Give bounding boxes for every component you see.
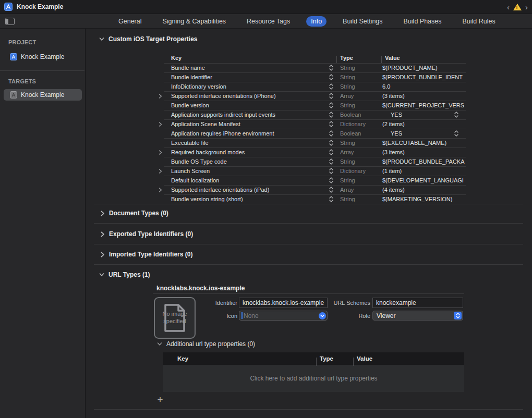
table-row[interactable]: Supported interface orientations (iPad) … bbox=[156, 185, 466, 194]
property-type[interactable]: Array bbox=[336, 93, 381, 99]
property-value[interactable]: $(DEVELOPMENT_LANGUAGI bbox=[381, 177, 466, 183]
value-stepper-icon[interactable] bbox=[454, 130, 458, 137]
property-value[interactable]: $(EXECUTABLE_NAME) bbox=[381, 140, 466, 146]
property-type[interactable]: Boolean bbox=[336, 130, 381, 137]
chevron-down-icon[interactable] bbox=[99, 272, 104, 277]
chevron-down-icon[interactable] bbox=[157, 341, 162, 347]
key-stepper-icon[interactable] bbox=[326, 102, 336, 108]
role-popup[interactable]: Viewer bbox=[372, 311, 463, 321]
forward-chevron-icon[interactable]: › bbox=[525, 3, 528, 11]
table-row[interactable]: Bundle name String $(PRODUCT_NAME) bbox=[156, 63, 466, 72]
table-row[interactable]: Supported interface orientations (iPhone… bbox=[156, 91, 466, 101]
property-type[interactable]: Boolean bbox=[336, 112, 381, 118]
table-row[interactable]: Application requires iPhone environment … bbox=[156, 129, 466, 138]
table-row[interactable]: Bundle identifier String $(PRODUCT_BUNDL… bbox=[156, 72, 466, 82]
property-type[interactable]: String bbox=[336, 140, 381, 146]
key-stepper-icon[interactable] bbox=[326, 158, 336, 165]
section-exported-type-identifiers[interactable]: Exported Type Identifiers (0) bbox=[100, 230, 193, 238]
property-type[interactable]: Array bbox=[336, 187, 381, 193]
sidebar-item-target[interactable]: Knock Example bbox=[4, 89, 82, 101]
chevron-down-icon[interactable] bbox=[99, 36, 104, 42]
property-value[interactable]: (3 items) bbox=[381, 93, 466, 99]
property-value[interactable]: $(PRODUCT_BUNDLE_IDENT bbox=[381, 74, 466, 80]
table-row[interactable]: Required background modes Array (3 items… bbox=[156, 147, 466, 157]
section-document-types[interactable]: Document Types (0) bbox=[100, 210, 168, 217]
key-stepper-icon[interactable] bbox=[326, 149, 336, 155]
url-type-image-well[interactable]: No image specified bbox=[154, 297, 196, 339]
table-row[interactable]: Default localization String $(DEVELOPMEN… bbox=[156, 176, 466, 185]
property-type[interactable]: String bbox=[336, 74, 381, 80]
combo-dropdown-icon[interactable] bbox=[319, 312, 326, 319]
key-stepper-icon[interactable] bbox=[326, 196, 336, 202]
property-type[interactable]: String bbox=[336, 83, 381, 90]
property-value[interactable]: (4 items) bbox=[381, 187, 466, 193]
property-value[interactable]: $(PRODUCT_BUNDLE_PACKA bbox=[381, 158, 466, 165]
add-properties-hint[interactable]: Click here to add additional url type pr… bbox=[250, 375, 377, 382]
tab-general[interactable]: General bbox=[114, 16, 146, 27]
key-stepper-icon[interactable] bbox=[326, 93, 336, 99]
sidebar-item-project[interactable]: Knock Example bbox=[4, 51, 82, 63]
disclosure-icon[interactable] bbox=[156, 94, 164, 99]
chevron-right-icon[interactable] bbox=[100, 252, 105, 257]
tab-signing-capabilities[interactable]: Signing & Capabilities bbox=[158, 16, 231, 27]
back-chevron-icon[interactable]: ‹ bbox=[507, 3, 510, 11]
property-value[interactable]: $(CURRENT_PROJECT_VERS bbox=[381, 102, 466, 108]
key-stepper-icon[interactable] bbox=[326, 168, 336, 174]
section-additional-url-type-properties[interactable]: Additional url type properties (0) bbox=[157, 340, 255, 348]
table-row[interactable]: Launch Screen Dictionary (1 item) bbox=[156, 166, 466, 176]
key-stepper-icon[interactable] bbox=[326, 83, 336, 90]
disclosure-icon[interactable] bbox=[156, 188, 164, 192]
key-stepper-icon[interactable] bbox=[326, 65, 336, 71]
property-value[interactable]: $(PRODUCT_NAME) bbox=[381, 65, 466, 71]
table-row[interactable]: Bundle version String $(CURRENT_PROJECT_… bbox=[156, 101, 466, 110]
property-value[interactable]: $(MARKETING_VERSION) bbox=[381, 196, 466, 202]
disclosure-icon[interactable] bbox=[156, 122, 164, 127]
table-row[interactable]: Bundle version string (short) String $(M… bbox=[156, 194, 466, 204]
tab-build-phases[interactable]: Build Phases bbox=[399, 16, 446, 27]
property-type[interactable]: String bbox=[336, 102, 381, 108]
tab-build-rules[interactable]: Build Rules bbox=[458, 16, 500, 27]
key-stepper-icon[interactable] bbox=[326, 74, 336, 80]
property-type[interactable]: String bbox=[336, 65, 381, 71]
url-schemes-field[interactable] bbox=[372, 298, 463, 308]
chevron-right-icon[interactable] bbox=[100, 231, 105, 237]
key-stepper-icon[interactable] bbox=[326, 121, 336, 127]
key-stepper-icon[interactable] bbox=[326, 177, 336, 183]
disclosure-icon[interactable] bbox=[156, 150, 164, 155]
property-value[interactable]: (1 item) bbox=[381, 168, 466, 174]
property-value[interactable]: YES bbox=[381, 130, 466, 137]
property-type[interactable]: Array bbox=[336, 149, 381, 155]
key-stepper-icon[interactable] bbox=[326, 130, 336, 137]
property-value[interactable]: 6.0 bbox=[381, 83, 466, 90]
key-stepper-icon[interactable] bbox=[326, 140, 336, 146]
property-type[interactable]: String bbox=[336, 196, 381, 202]
section-url-types[interactable]: URL Types (1) bbox=[99, 271, 150, 278]
icon-combobox[interactable]: None bbox=[239, 311, 328, 321]
chevron-right-icon[interactable] bbox=[100, 211, 105, 216]
property-type[interactable]: Dictionary bbox=[336, 121, 381, 127]
property-value[interactable]: (3 items) bbox=[381, 149, 466, 155]
table-row[interactable]: InfoDictionary version String 6.0 bbox=[156, 82, 466, 91]
disclosure-icon[interactable] bbox=[156, 169, 164, 174]
identifier-field[interactable] bbox=[239, 298, 328, 308]
table-row[interactable]: Application supports indirect input even… bbox=[156, 110, 466, 119]
add-url-type-button[interactable]: + bbox=[155, 395, 165, 405]
warning-icon[interactable] bbox=[513, 4, 522, 10]
property-value[interactable]: YES bbox=[381, 112, 466, 118]
property-type[interactable]: String bbox=[336, 177, 381, 183]
property-value[interactable]: (2 items) bbox=[381, 121, 466, 127]
table-row[interactable]: Application Scene Manifest Dictionary (2… bbox=[156, 119, 466, 129]
value-stepper-icon[interactable] bbox=[454, 112, 458, 118]
property-type[interactable]: Dictionary bbox=[336, 168, 381, 174]
tab-resource-tags[interactable]: Resource Tags bbox=[242, 16, 295, 27]
section-custom-ios-target-properties[interactable]: Custom iOS Target Properties bbox=[99, 35, 197, 43]
tab-info[interactable]: Info bbox=[306, 16, 327, 27]
tab-build-settings[interactable]: Build Settings bbox=[338, 16, 387, 27]
property-type[interactable]: String bbox=[336, 158, 381, 165]
table-row[interactable]: Bundle OS Type code String $(PRODUCT_BUN… bbox=[156, 157, 466, 166]
key-stepper-icon[interactable] bbox=[326, 112, 336, 118]
section-imported-type-identifiers[interactable]: Imported Type Identifiers (0) bbox=[100, 251, 192, 258]
key-stepper-icon[interactable] bbox=[326, 187, 336, 193]
empty-table-body[interactable]: Click here to add additional url type pr… bbox=[163, 365, 464, 392]
sidebar-toggle-icon[interactable] bbox=[5, 18, 15, 25]
